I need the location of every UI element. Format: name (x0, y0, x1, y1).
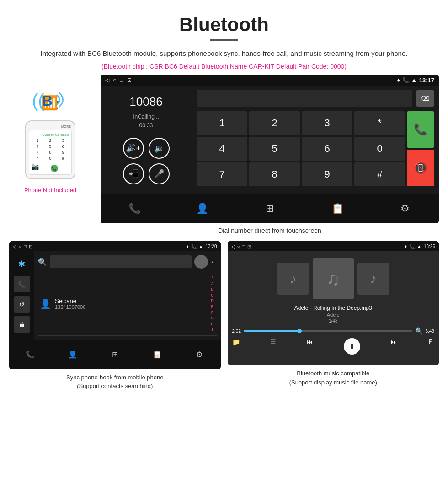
music-back-icon[interactable]: ◁ (231, 244, 235, 249)
key-9[interactable]: 9 (60, 150, 66, 155)
key-7[interactable]: 7 (197, 162, 247, 186)
pb-time: 13:20 (205, 244, 217, 249)
music-time: 13:26 (424, 244, 435, 249)
nav-phone-icon[interactable]: 📞 (124, 199, 144, 219)
music-equalizer-icon[interactable]: 🎚 (428, 338, 434, 355)
back-nav-icon[interactable]: ◁ (105, 77, 109, 83)
key-2[interactable]: 2 (249, 111, 300, 135)
dial-ctrl-row-1: 🔊+ 🔉 (107, 138, 185, 159)
pb-main: 🔍 ← 👤 Seicane 13241007000 * A (34, 251, 221, 340)
music-time-current: 2:02 (232, 329, 241, 334)
dial-timer: 00:33 (107, 122, 185, 129)
key-3[interactable]: 3 (302, 111, 352, 135)
key-8[interactable]: 8 (249, 162, 300, 186)
key-9[interactable]: 9 (302, 162, 352, 186)
status-time: 13:17 (419, 77, 434, 84)
backspace-button[interactable]: ⌫ (416, 90, 434, 107)
pb-home-icon[interactable]: ○ (19, 244, 21, 249)
music-search-icon[interactable]: 🔍 (415, 327, 423, 335)
key-0[interactable]: 0 (354, 137, 405, 161)
pb-refresh-button[interactable]: ↺ (14, 296, 30, 313)
pb-nav-transfer-icon[interactable]: 📋 (147, 345, 167, 365)
nav-dialpad-icon[interactable]: ⊞ (260, 199, 280, 219)
pb-alpha-e: E (211, 304, 213, 310)
pb-recents-icon[interactable]: □ (24, 244, 27, 249)
key-hash[interactable]: # (354, 162, 405, 186)
music-call-icon: 📞 (409, 244, 415, 249)
music-info: Adele - Rolling In the Deep.mp3 Adele 1/… (294, 305, 372, 324)
key-0[interactable]: 0 (47, 156, 53, 161)
bluetooth-icon-area: ★ ℞ 📶 (( B (32, 88, 69, 116)
main-screen-area: ◁ ○ □ ⊡ ♦ 📞 ▲ 13:17 10086 InCalling... (101, 75, 439, 241)
key-5[interactable]: 5 (47, 144, 53, 149)
end-call-button[interactable]: 📵 (407, 150, 434, 186)
key-6[interactable]: 6 (302, 137, 352, 161)
pb-nav-contacts-icon[interactable]: 👤 (63, 345, 83, 365)
phone-top-bar: MORE (29, 125, 72, 128)
dial-controls: 🔊+ 🔉 📲 🎤 (107, 138, 185, 184)
pb-back-icon[interactable]: ◁ (13, 244, 16, 249)
music-screenshot-icon: ⊡ (247, 244, 251, 249)
pb-alpha-i: I (212, 327, 213, 333)
music-note-left-icon: ♪ (289, 271, 296, 286)
page-title: Bluetooth (18, 14, 430, 36)
nav-contacts-icon[interactable]: 👤 (192, 199, 212, 219)
phone-not-included-label: Phone Not Included (24, 187, 76, 194)
volume-down-button[interactable]: 🔉 (149, 138, 170, 159)
key-hash[interactable]: # (60, 156, 66, 161)
key-4[interactable]: 4 (34, 144, 41, 149)
key-3[interactable]: 3 (60, 138, 66, 143)
key-2[interactable]: 2 (47, 138, 53, 143)
music-list-icon[interactable]: ☰ (270, 338, 276, 355)
music-next-icon[interactable]: ⏭ (391, 338, 397, 355)
music-home-icon[interactable]: ○ (237, 244, 240, 249)
nav-settings-icon[interactable]: ⚙ (395, 199, 415, 219)
recents-nav-icon[interactable]: □ (120, 77, 123, 83)
phone-call-button[interactable]: 📞 (51, 165, 58, 172)
key-1[interactable]: 1 (34, 138, 41, 143)
key-6[interactable]: 6 (60, 144, 66, 149)
phonebook-screen-container: ◁ ○ □ ⊡ ♦ 📞 ▲ 13:20 ✱ 📞 ↺ (9, 241, 221, 391)
volume-up-button[interactable]: 🔊+ (123, 138, 144, 159)
phone-screen: + Add to Contacts 1 2 3 4 5 6 7 8 9 * (29, 130, 72, 175)
pb-back-arrow[interactable]: ← (211, 258, 217, 265)
title-underline (210, 39, 238, 41)
phone-keypad-row-3: 7 8 9 (31, 150, 69, 155)
music-play-button[interactable]: ⏸ (344, 338, 360, 355)
pb-nav-phone-icon[interactable]: 📞 (20, 345, 40, 365)
music-prev-icon[interactable]: ⏮ (307, 338, 313, 355)
pb-nav-settings-icon[interactable]: ⚙ (189, 345, 209, 365)
pb-nav-dialpad-icon[interactable]: ⊞ (105, 345, 125, 365)
phone-action-row: 📷 📞 (31, 163, 69, 172)
music-note-main-icon: ♫ (326, 269, 340, 289)
pb-alpha-c: C (211, 292, 214, 298)
bt-letter-icon: B (42, 92, 53, 109)
key-8[interactable]: 8 (47, 150, 53, 155)
music-track-info: 1/48 (294, 319, 372, 324)
pb-call-button[interactable]: 📞 (14, 276, 30, 292)
pb-call-icon: 📞 (191, 244, 197, 249)
pb-contact-item[interactable]: 👤 Seicane 13241007000 * A B C D E (38, 272, 217, 336)
key-star[interactable]: * (354, 111, 405, 135)
progress-bar-container[interactable] (244, 330, 412, 332)
status-icons-right: ♦ 📞 ▲ 13:17 (397, 77, 434, 84)
key-1[interactable]: 1 (197, 111, 247, 135)
wifi-icon: ▲ (411, 77, 417, 83)
music-folder-icon[interactable]: 📁 (232, 338, 240, 355)
music-recents-icon[interactable]: □ (242, 244, 245, 249)
answer-call-button[interactable]: 📞 (407, 111, 434, 148)
dial-input-box[interactable] (197, 90, 412, 107)
phone-video-icon: 📷 (31, 163, 39, 172)
transfer-button[interactable]: 📲 (123, 163, 144, 184)
key-5[interactable]: 5 (249, 137, 300, 161)
home-nav-icon[interactable]: ○ (113, 77, 116, 83)
key-7[interactable]: 7 (34, 150, 41, 155)
music-caption-line2: (Support display music file name) (289, 379, 377, 386)
pb-alpha-f: F (211, 310, 214, 316)
pb-delete-button[interactable]: 🗑 (14, 316, 30, 333)
nav-transfer-icon[interactable]: 📋 (327, 199, 347, 219)
key-star[interactable]: * (34, 156, 41, 161)
key-4[interactable]: 4 (197, 137, 247, 161)
mute-button[interactable]: 🎤 (149, 163, 170, 184)
pb-search-input[interactable] (50, 255, 192, 268)
